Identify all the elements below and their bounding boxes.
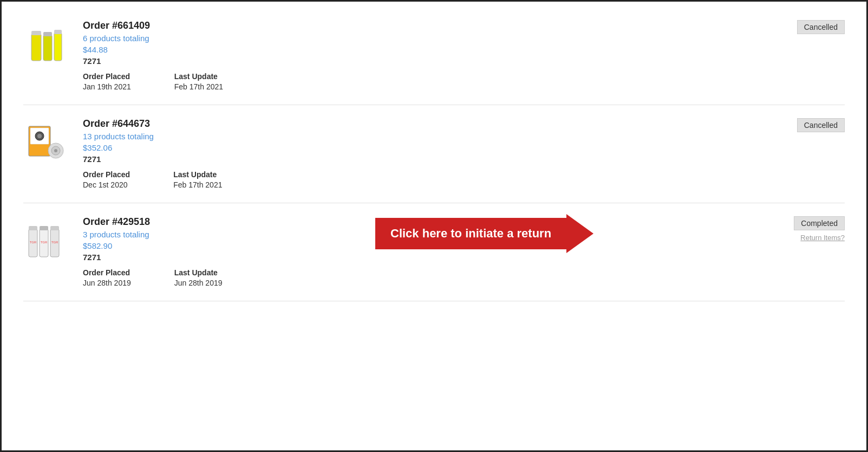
status-badge: Completed [794, 216, 845, 230]
svg-rect-0 [31, 34, 41, 61]
order-placed-value: Dec 1st 2020 [83, 180, 128, 189]
order-dates: Order Placed Jun 28th 2019 Last Update J… [83, 268, 845, 288]
last-update-value: Feb 17th 2021 [173, 180, 222, 189]
svg-rect-5 [54, 30, 62, 34]
customer-id: 7271 [83, 56, 845, 66]
order-status: Cancelled [797, 118, 845, 132]
products-totaling[interactable]: 13 products totaling [83, 132, 845, 141]
annotation-container: Click here to initiate a return [375, 214, 593, 253]
last-update-value: Feb 17th 2021 [174, 82, 223, 91]
order-placed-group: Order Placed Dec 1st 2020 [83, 170, 130, 190]
annotation-box: Click here to initiate a return [375, 218, 566, 249]
order-number: Order #644673 [83, 118, 845, 130]
svg-point-12 [54, 149, 57, 152]
order-placed-label: Order Placed [83, 72, 131, 81]
order-status: Completed Return Items? [794, 216, 845, 242]
order-placed-value: Jan 19th 2021 [83, 82, 131, 91]
svg-point-9 [37, 134, 42, 138]
order-placed-value: Jun 28th 2019 [83, 279, 131, 287]
svg-rect-3 [43, 32, 52, 36]
last-update-label: Last Update [174, 268, 223, 277]
order-item: Order #661409 6 products totaling $44.88… [23, 7, 845, 105]
products-totaling[interactable]: 6 products totaling [83, 34, 845, 43]
annotation-arrow [566, 214, 593, 253]
last-update-group: Last Update Feb 17th 2021 [174, 72, 223, 92]
last-update-group: Last Update Jun 28th 2019 [174, 268, 223, 288]
return-items-link[interactable]: Return Items? [794, 234, 845, 242]
order-details: Order #644673 13 products totaling $352.… [83, 118, 845, 190]
order-placed-group: Order Placed Jun 28th 2019 [83, 268, 131, 288]
orders-list: Order #661409 6 products totaling $44.88… [2, 2, 866, 307]
svg-rect-14 [29, 226, 37, 230]
svg-text:TGR: TGR [41, 241, 48, 244]
order-number: Order #661409 [83, 20, 845, 31]
order-item: Order #644673 13 products totaling $352.… [23, 105, 845, 203]
svg-text:TGR: TGR [30, 241, 37, 244]
order-placed-label: Order Placed [83, 170, 130, 179]
order-price: $44.88 [83, 45, 845, 54]
order-status: Cancelled [797, 20, 845, 34]
order-dates: Order Placed Dec 1st 2020 Last Update Fe… [83, 170, 845, 190]
order-image [23, 118, 72, 167]
customer-id: 7271 [83, 154, 845, 164]
svg-rect-1 [31, 31, 41, 35]
svg-text:TGR: TGR [51, 241, 58, 244]
svg-rect-20 [50, 226, 59, 230]
order-item: TGR TGR TGR Order #429518 3 products tot… [23, 203, 845, 301]
order-image [23, 20, 72, 69]
last-update-label: Last Update [174, 72, 223, 81]
annotation-text: Click here to initiate a return [390, 227, 551, 240]
svg-rect-4 [54, 33, 62, 61]
last-update-value: Jun 28th 2019 [174, 279, 223, 287]
order-dates: Order Placed Jan 19th 2021 Last Update F… [83, 72, 845, 92]
order-placed-group: Order Placed Jan 19th 2021 [83, 72, 131, 92]
order-placed-label: Order Placed [83, 268, 131, 277]
status-badge: Cancelled [797, 118, 845, 132]
order-details: Order #661409 6 products totaling $44.88… [83, 20, 845, 92]
svg-rect-17 [40, 226, 48, 230]
status-badge: Cancelled [797, 20, 845, 34]
last-update-group: Last Update Feb 17th 2021 [173, 170, 222, 190]
last-update-label: Last Update [173, 170, 222, 179]
svg-rect-2 [43, 35, 52, 61]
customer-id: 7271 [83, 253, 845, 262]
order-price: $352.06 [83, 143, 845, 152]
order-image: TGR TGR TGR [23, 216, 72, 265]
